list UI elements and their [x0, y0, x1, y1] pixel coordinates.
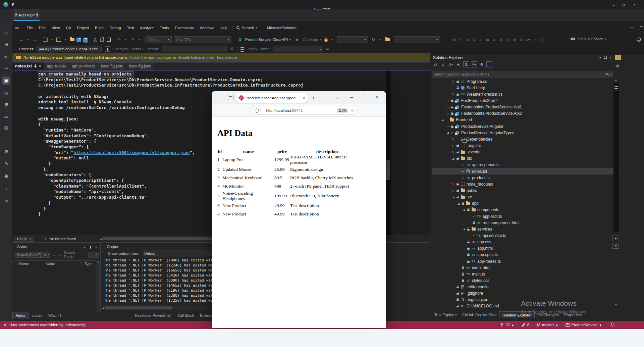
tree-item--angular[interactable]: ▷.angular	[432, 142, 620, 149]
tree-expanded-arrow-icon[interactable]: ◢	[451, 157, 455, 160]
se-sync-icon[interactable]: ⇄	[432, 61, 438, 67]
thread-dropdown[interactable]: ▾	[162, 46, 228, 52]
navigate-back-icon[interactable]: ←	[19, 37, 24, 42]
menu-window[interactable]: Window	[197, 24, 217, 32]
tree-expanded-arrow-icon[interactable]: ◢	[451, 196, 455, 199]
new-project-icon[interactable]	[43, 37, 48, 42]
panel-tab-developer-powershell[interactable]: Developer PowerShell	[132, 312, 174, 319]
panel-tab-autos[interactable]: Autos	[12, 312, 29, 319]
output-source-dropdown[interactable]: Debug▾	[142, 250, 213, 256]
navigate-forward-icon[interactable]: →	[32, 37, 38, 42]
rdp-close-icon[interactable]: ×	[632, 2, 637, 7]
tree-expanded-arrow-icon[interactable]: ◢	[446, 131, 450, 134]
rdp-detach-icon[interactable]: ◇	[621, 2, 626, 7]
tree-item--gitignore[interactable]: .gitignore	[432, 290, 620, 297]
tree-collapsed-arrow-icon[interactable]: ▷	[446, 99, 450, 102]
toolbar-extra-icon-12[interactable]: ⚏	[532, 37, 537, 42]
autos-scrollbar[interactable]: ▲	[96, 260, 100, 320]
firefox-view-icon[interactable]	[228, 95, 233, 100]
tree-item--vscode[interactable]: ▷.vscode	[432, 149, 620, 155]
menu-help[interactable]: Help	[217, 24, 231, 32]
tree-item-dto[interactable]: ◢dto	[432, 155, 620, 162]
se-search-input[interactable]: Search Solution Explorer (Ctrl+;) ▾	[432, 71, 613, 78]
code-line-14[interactable]: "url": "https://localhost:5001/swagger/v…	[38, 150, 195, 155]
toolbar-extra-icon-4[interactable]: ◎	[478, 37, 484, 42]
repo-status[interactable]: ProductService▲	[566, 323, 602, 327]
code-line-8[interactable]: with nswag.json:	[38, 116, 78, 121]
bell-icon[interactable]	[637, 37, 641, 42]
code-line-0[interactable]: can create manually based on projects	[38, 71, 133, 77]
menu-project[interactable]: Project	[74, 24, 92, 32]
editor-scrollbar[interactable]	[386, 70, 391, 235]
tree-collapsed-arrow-icon[interactable]: ▷	[451, 151, 455, 154]
se-tab-test-explorer[interactable]: Test Explorer	[432, 311, 460, 318]
output-hscroll-left-icon[interactable]: ◀	[102, 306, 104, 310]
redo-icon[interactable]: ↷	[130, 37, 135, 42]
vs-maximize-icon[interactable]	[639, 25, 644, 30]
stackframe-list-icon[interactable]: ≣	[325, 46, 330, 52]
se-scroll-down-icon[interactable]: ▼	[614, 303, 618, 306]
tree-item-api-service-ts[interactable]: ✓TSapi.service.ts	[432, 232, 620, 239]
expand-icon[interactable]: ◲	[2, 89, 10, 97]
tree-item-product-ts[interactable]: +TSproduct.ts	[432, 175, 620, 181]
code-line-11[interactable]: "defaultVariables": "Configuration=Debug…	[38, 133, 149, 138]
code-line-16[interactable]: }	[38, 161, 51, 166]
home-icon[interactable]: ⌂	[2, 29, 10, 37]
toolbar-extra-icon-6[interactable]: ≋	[492, 37, 497, 42]
tree-item-app-routes-ts[interactable]: TSapp-routes.ts	[432, 258, 620, 264]
copy-icon[interactable]	[99, 37, 105, 42]
tree-item-productservice-angulartyped[interactable]: ◢✓ProductService.AngularTyped	[432, 130, 620, 136]
tree-collapsed-arrow-icon[interactable]: ▷	[451, 144, 455, 147]
tab-close-icon[interactable]: ×	[39, 64, 41, 68]
github-copilot-button[interactable]: GitHub Copilot▾	[570, 37, 606, 41]
autos-pin-icon[interactable]	[89, 246, 92, 249]
startup-project-dropdown[interactable]: ⚙ ProductService.ClearAPI▾	[237, 37, 291, 42]
strip-close-icon[interactable]: ×	[615, 55, 621, 60]
toolbar-extra-icon-7[interactable]: ▧	[498, 37, 504, 42]
editor-zoom-dropdown[interactable]: 100 %▾	[14, 236, 34, 242]
code-line-24[interactable]: }	[38, 206, 46, 211]
process-dropdown[interactable]: [4436] ProductService.ClearAPI.exe▾	[37, 46, 102, 52]
list-tabs-chevron-icon[interactable]: ⌄	[335, 95, 339, 100]
code-line-9[interactable]: {	[38, 122, 41, 127]
rdp-tab-acer[interactable]: Acer RDP ×	[13, 9, 40, 20]
se-preview-icon[interactable]: ⧉	[463, 61, 469, 67]
url-bar[interactable]: http://localhost:63441 110% ☆	[251, 106, 358, 115]
se-dropdown-icon[interactable]: ▾	[599, 56, 601, 59]
autos-close-icon[interactable]: ×	[95, 246, 97, 249]
tree-item-fastenpoints-productservice-api2[interactable]: ▷Fastenpoints.ProductService.Api2	[432, 110, 620, 117]
tree-item-services[interactable]: ◢services	[432, 226, 620, 232]
rdp-chevron-icon[interactable]: ⌄	[611, 2, 616, 7]
code-line-20[interactable]: "className": "{controller}ApiClient",	[38, 184, 147, 189]
browser-maximize-icon[interactable]	[363, 95, 366, 98]
search-forward-icon[interactable]: →	[58, 253, 62, 257]
code-line-5[interactable]: >dotnet tool install -g NSwag.Console	[38, 99, 131, 104]
hscroll-left-icon[interactable]: ◀	[100, 237, 102, 241]
code-line-18[interactable]: "codeGenerators": {	[38, 172, 91, 177]
pending-edits[interactable]: 8	[522, 323, 529, 327]
swagger-url-link[interactable]: https://localhost:5001/swagger/v1/swagge…	[73, 150, 190, 155]
tab-pin-icon[interactable]	[34, 64, 37, 68]
tree-item-app[interactable]: ◢app	[432, 200, 620, 207]
menu-extensions[interactable]: Extensions	[172, 24, 197, 32]
hot-reload-dropdown[interactable]: ▾	[337, 36, 368, 43]
add-window-icon[interactable]: ⊞	[2, 40, 10, 48]
tree-collapsed-arrow-icon[interactable]: ▷	[446, 125, 450, 128]
se-link-file-icon[interactable]: %▾	[471, 61, 477, 67]
strip-gear-icon[interactable]: ⚙	[616, 64, 620, 68]
tree-collapsed-arrow-icon[interactable]: ▷	[451, 80, 455, 83]
branch-status[interactable]: master▲	[537, 323, 558, 327]
panel-tab-watch-1[interactable]: Watch 1	[45, 312, 65, 319]
code-line-22[interactable]: "output": "../src/app/api-clients.ts"	[38, 195, 147, 200]
tree-collapsed-arrow-icon[interactable]: ▷	[446, 106, 450, 109]
menu-debug[interactable]: Debug	[107, 24, 124, 32]
tree-item-components[interactable]: ◢components	[432, 207, 620, 213]
settings-gear-icon[interactable]: ⚙	[2, 148, 10, 156]
list-icon[interactable]: ≣	[2, 101, 10, 109]
autos-search-input[interactable]: Search (Ctrl+E) ▾	[15, 252, 50, 258]
browser-tab-close-icon[interactable]: ×	[303, 96, 305, 100]
tree-item-styles-css[interactable]: #styles.css	[432, 277, 620, 284]
new-file-icon[interactable]	[56, 37, 61, 42]
se-wrench-icon[interactable]: ⚙	[479, 61, 485, 67]
editor-tab-tsconfig-json-3[interactable]: tsconfig.json	[98, 62, 126, 70]
